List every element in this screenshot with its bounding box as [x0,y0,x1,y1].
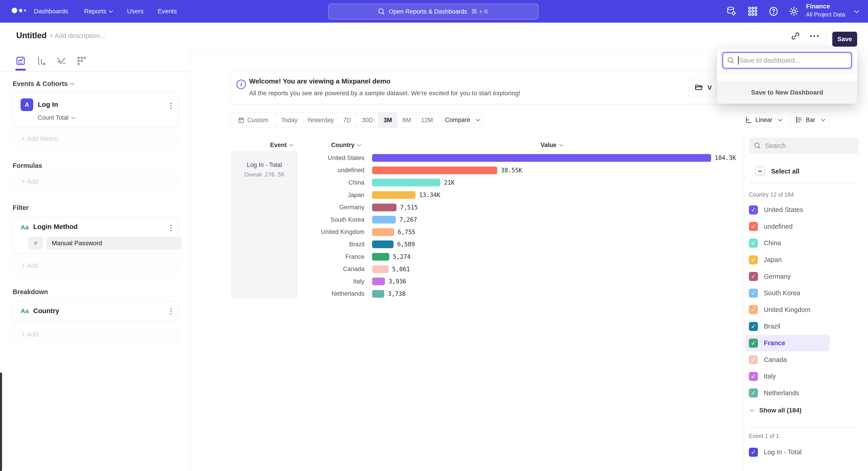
country-option[interactable]: ✓Italy [746,368,830,385]
country-checkbox[interactable]: ✓ [749,388,758,398]
country-checkbox[interactable]: ✓ [749,372,758,381]
country-option[interactable]: ✓United Kingdom [746,301,830,318]
filter-property-name[interactable]: Login Method [33,223,78,231]
range-3m[interactable]: 3M [378,113,397,127]
segment-search-input[interactable]: Search [749,138,859,154]
range-30d[interactable]: 30D [357,113,378,127]
country-option[interactable]: ✓Japan [746,252,830,268]
data-management-icon[interactable] [726,6,737,17]
bar[interactable] [372,228,394,236]
tab-flows-icon[interactable] [56,56,66,66]
breakdown-menu-button[interactable] [170,307,172,316]
save-to-new-dashboard-button[interactable]: Save to New Dashboard [717,81,857,104]
filter-menu-button[interactable] [170,224,172,232]
chart-row: South Korea7,267 [306,213,736,226]
country-checkbox[interactable]: ✓ [749,305,758,314]
bar[interactable] [372,277,385,285]
metric-card[interactable]: A Log In Count Total [13,91,178,127]
country-checkbox[interactable]: ✓ [749,272,758,281]
range-yesterday[interactable]: Yesterday [303,113,338,127]
country-option[interactable]: ✓South Korea [746,285,830,301]
country-checkbox[interactable]: ✓ [749,355,758,364]
bar[interactable] [372,290,384,298]
metric-menu-button[interactable] [170,101,172,110]
country-option[interactable]: ✓Germany [746,268,830,285]
column-header-country[interactable]: Country [327,142,365,149]
nav-events[interactable]: Events [158,0,177,23]
metric-event-name[interactable]: Log In [38,101,58,108]
country-checkbox[interactable]: ✓ [749,205,758,214]
save-dashboard-search-input[interactable]: Save to dashboard... [722,52,852,68]
range-today[interactable]: Today [276,113,303,127]
range-12m[interactable]: 12M [416,113,438,127]
add-filter-button[interactable]: + Add [13,256,178,275]
copy-link-button[interactable] [791,31,800,41]
bar[interactable] [372,216,396,224]
country-checkbox[interactable]: ✓ [749,338,758,348]
country-option[interactable]: ✓Brazil [746,318,830,335]
country-option[interactable]: ✓Netherlands [746,385,830,402]
scrollbar[interactable] [0,373,2,471]
compare-button[interactable]: Compare [443,112,482,127]
project-switcher[interactable]: Finance All Project Data [806,3,845,18]
add-formula-button[interactable]: + Add [13,172,178,191]
project-name: Finance [806,3,845,10]
range-custom[interactable]: Custom [230,113,276,127]
add-description-button[interactable]: + Add description... [49,32,105,39]
column-header-event[interactable]: Event [262,142,301,149]
global-search-input[interactable]: Open Reports & Dashboards ⌘ + K [328,4,538,20]
country-checkbox[interactable]: ✓ [749,289,758,298]
filter-card[interactable]: Aa Login Method = Manual Password [13,217,178,253]
country-checkbox[interactable]: ✓ [749,322,758,331]
breakdown-card[interactable]: Aa Country [13,301,178,321]
mixpanel-logo-icon[interactable] [12,8,26,13]
more-actions-button[interactable] [810,35,818,37]
event-option[interactable]: ✓ Log In - Total [746,444,830,461]
country-option[interactable]: ✓United States [746,202,830,218]
tab-retention-icon[interactable] [76,56,87,66]
filter-operator[interactable]: = [28,237,43,249]
chart-type-dropdown[interactable]: Bar [791,112,829,127]
country-option-label: Germany [764,273,791,280]
bar[interactable] [372,240,394,248]
bar[interactable] [372,167,497,174]
nav-reports[interactable]: Reports [84,0,112,23]
country-option[interactable]: ✓China [746,235,830,252]
apps-grid-icon[interactable] [747,6,758,17]
range-7d[interactable]: 7D [338,113,357,127]
nav-users[interactable]: Users [127,0,144,23]
country-checkbox[interactable]: ✓ [749,239,758,248]
banner-title: Welcome! You are viewing a Mixpanel demo [249,77,391,85]
settings-gear-icon[interactable] [788,6,799,17]
bar[interactable] [372,204,397,211]
select-all-row[interactable]: Select all [749,167,800,176]
bar[interactable] [372,191,415,199]
country-option[interactable]: ✓France [746,335,830,352]
breakdown-property-name[interactable]: Country [33,307,59,315]
bar[interactable] [372,179,440,186]
metric-aggregation[interactable]: Count Total [38,114,74,121]
show-all-button[interactable]: Show all (184) [750,407,802,414]
bar[interactable] [372,253,389,261]
select-all-checkbox[interactable] [755,167,765,176]
country-option[interactable]: ✓undefined [746,218,830,235]
add-metric-button[interactable]: + Add Metric [13,128,178,149]
country-option[interactable]: ✓Canada [746,351,830,368]
country-checkbox[interactable]: ✓ [749,222,758,231]
tab-funnels-icon[interactable] [36,56,46,66]
country-checkbox[interactable]: ✓ [749,256,758,264]
bar[interactable] [372,265,389,273]
event-checkbox[interactable]: ✓ [749,448,758,457]
events-section-title[interactable]: Events & Cohorts [13,80,74,88]
report-title[interactable]: Untitled [16,31,46,40]
column-header-value[interactable]: Value [532,142,571,149]
range-6m[interactable]: 6M [397,113,416,127]
filter-value[interactable]: Manual Password [46,237,182,249]
tab-insights-icon[interactable] [16,56,26,66]
help-icon[interactable] [768,6,779,17]
bar[interactable] [372,154,711,162]
nav-dashboards[interactable]: Dashboards [34,0,68,23]
scale-dropdown[interactable]: Linear [745,112,782,127]
save-button[interactable]: Save [832,32,857,47]
add-breakdown-button[interactable]: + Add [13,324,178,345]
